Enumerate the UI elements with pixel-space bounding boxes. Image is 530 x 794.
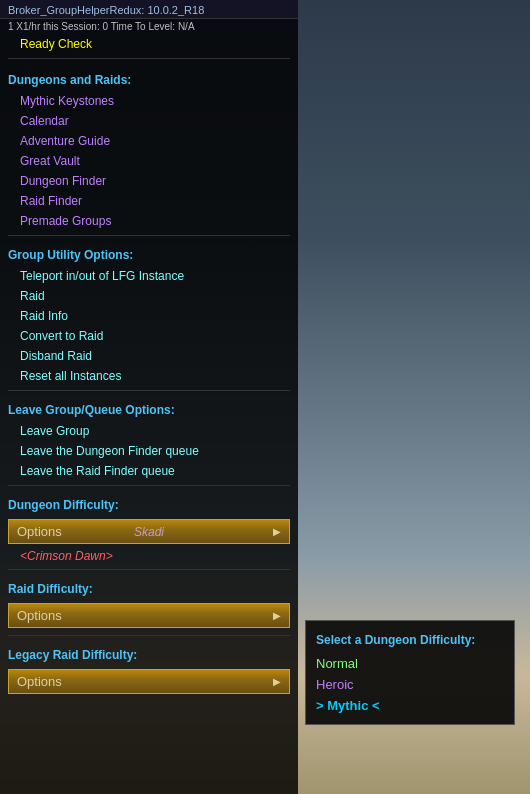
raid-difficulty-row: Options ▶ xyxy=(0,600,298,631)
menu-item-leave-group[interactable]: Leave Group xyxy=(0,421,298,441)
dungeon-difficulty-row: Options Skadi ▶ xyxy=(0,516,298,547)
difficulty-normal[interactable]: Normal xyxy=(306,653,514,674)
difficulty-popup: Select a Dungeon Difficulty: Normal Hero… xyxy=(305,620,515,725)
raid-difficulty-label: Raid Difficulty: xyxy=(0,574,298,600)
menu-item-mythic-keystones[interactable]: Mythic Keystones xyxy=(0,91,298,111)
menu-item-adventure-guide[interactable]: Adventure Guide xyxy=(0,131,298,151)
menu-item-great-vault[interactable]: Great Vault xyxy=(0,151,298,171)
difficulty-popup-title: Select a Dungeon Difficulty: xyxy=(306,629,514,653)
addon-title-text: Broker_GroupHelperRedux: 10.0.2_R18 xyxy=(8,4,204,16)
divider-1 xyxy=(8,58,290,59)
divider-5 xyxy=(8,569,290,570)
menu-item-reset-instances[interactable]: Reset all Instances xyxy=(0,366,298,386)
dungeon-difficulty-label: Dungeon Difficulty: xyxy=(0,490,298,516)
legacy-difficulty-label: Legacy Raid Difficulty: xyxy=(0,640,298,666)
divider-6 xyxy=(8,635,290,636)
divider-4 xyxy=(8,485,290,486)
legacy-options-button[interactable]: Options ▶ xyxy=(8,669,290,694)
raid-options-label: Options xyxy=(17,608,62,623)
dungeon-options-button[interactable]: Options Skadi ▶ xyxy=(8,519,290,544)
divider-3 xyxy=(8,390,290,391)
menu-item-disband-raid[interactable]: Disband Raid xyxy=(0,346,298,366)
menu-item-convert-to-raid[interactable]: Convert to Raid xyxy=(0,326,298,346)
menu-item-raid-finder[interactable]: Raid Finder xyxy=(0,191,298,211)
group-utility-header: Group Utility Options: xyxy=(0,240,298,266)
menu-item-teleport-lfg[interactable]: Teleport in/out of LFG Instance xyxy=(0,266,298,286)
dungeon-options-arrow: ▶ xyxy=(273,526,281,537)
menu-item-premade-groups[interactable]: Premade Groups xyxy=(0,211,298,231)
left-panel: Broker_GroupHelperRedux: 10.0.2_R18 1 X1… xyxy=(0,0,298,794)
menu-item-raid-info[interactable]: Raid Info xyxy=(0,306,298,326)
menu-item-leave-raid-queue[interactable]: Leave the Raid Finder queue xyxy=(0,461,298,481)
menu-item-leave-dungeon-queue[interactable]: Leave the Dungeon Finder queue xyxy=(0,441,298,461)
addon-title: Broker_GroupHelperRedux: 10.0.2_R18 xyxy=(0,0,298,19)
dungeon-options-middle: Skadi xyxy=(134,525,164,539)
xp-bar-text: 1 X1/hr this Session: 0 Time To Level: N… xyxy=(8,21,195,32)
leave-group-header: Leave Group/Queue Options: xyxy=(0,395,298,421)
raid-options-arrow: ▶ xyxy=(273,610,281,621)
ready-check-label: Ready Check xyxy=(20,37,92,51)
divider-2 xyxy=(8,235,290,236)
dungeons-raids-header: Dungeons and Raids: xyxy=(0,63,298,91)
difficulty-mythic[interactable]: > Mythic < xyxy=(306,695,514,716)
menu-item-dungeon-finder[interactable]: Dungeon Finder xyxy=(0,171,298,191)
crimson-dawn-text: <Crimson Dawn> xyxy=(0,547,298,565)
legacy-options-arrow: ▶ xyxy=(273,676,281,687)
dungeon-options-label: Options xyxy=(17,524,62,539)
raid-options-button[interactable]: Options ▶ xyxy=(8,603,290,628)
legacy-options-label: Options xyxy=(17,674,62,689)
xp-bar-area: 1 X1/hr this Session: 0 Time To Level: N… xyxy=(0,19,298,34)
legacy-difficulty-row: Options ▶ xyxy=(0,666,298,697)
menu-item-calendar[interactable]: Calendar xyxy=(0,111,298,131)
difficulty-heroic[interactable]: Heroic xyxy=(306,674,514,695)
menu-item-raid[interactable]: Raid xyxy=(0,286,298,306)
ready-check-button[interactable]: Ready Check xyxy=(0,34,298,54)
